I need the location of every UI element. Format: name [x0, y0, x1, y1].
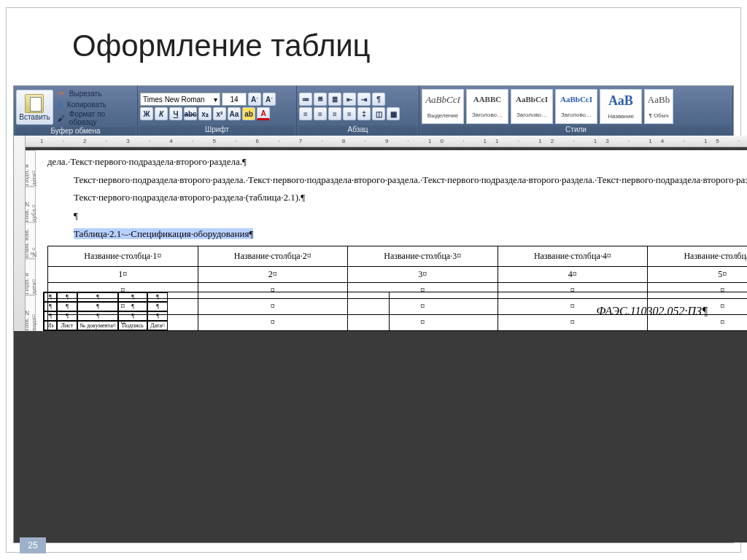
paragraph[interactable]: ¶ — [47, 207, 747, 225]
title-block-stamp: ¶¶¶¶¶ ¶¶¶¶¶ ¶¶¶¶¶ Из Лист № документа¤ П… — [43, 292, 747, 331]
styles-gallery[interactable]: AaBbCcIВыделение AABBCЗаголово… AaBbCcIЗ… — [422, 89, 673, 124]
font-name-select[interactable]: Times New Roman▾ — [140, 93, 220, 106]
style-item[interactable]: АаВНазвание — [600, 89, 642, 124]
dec-indent-button[interactable]: ⇤ — [343, 93, 356, 106]
side-label: Подп. и дата¤ — [26, 150, 36, 187]
ribbon-group-styles: AaBbCcIВыделение AABBCЗаголово… AaBbCcIЗ… — [419, 86, 733, 136]
vertical-ruler[interactable] — [14, 136, 26, 331]
align-right-button[interactable]: ≡ — [328, 107, 341, 120]
highlight-button[interactable]: ab — [242, 107, 255, 120]
side-label: Взам. инв. №¤ — [26, 222, 36, 259]
table-row: Название·столбца·1¤ Название·столбца·2¤ … — [48, 246, 748, 267]
frame-side-labels: Подп. и дата¤ Инв. № дубл.¤ Взам. инв. №… — [26, 150, 36, 331]
horizontal-ruler[interactable]: 1 · 2 · 3 · 4 · 5 · 6 · 7 · 8 · 9 · 10 ·… — [26, 136, 747, 147]
style-item[interactable]: AaBbCcIВыделение — [422, 89, 464, 124]
bullets-button[interactable]: ≔ — [299, 93, 312, 106]
font-size-select[interactable]: 14 — [222, 93, 247, 106]
superscript-button[interactable]: x² — [213, 107, 226, 120]
italic-button[interactable]: К — [155, 107, 168, 120]
font-group-label: Шрифт — [140, 125, 294, 136]
ribbon: Вставить Вырезать Копировать Формат по о… — [14, 86, 733, 136]
style-item[interactable]: AaBbCcIЗаголово… — [511, 89, 553, 124]
side-label: Подп. и дата¤ — [26, 259, 36, 295]
word-application: Вставить Вырезать Копировать Формат по о… — [13, 85, 734, 543]
stamp-col: Дата¤ — [147, 321, 168, 330]
paragraph[interactable]: Текст·первого·подраздела·второго·раздела… — [47, 171, 747, 190]
shading-button[interactable]: ◫ — [372, 107, 385, 120]
stamp-code: ФАЭС.110302.052·ПЗ¶ — [389, 292, 747, 330]
table-header: Название·столбца·2¤ — [198, 246, 348, 267]
stamp-col: Лист — [57, 321, 77, 330]
paragraph-group-label: Абзац — [299, 125, 417, 136]
paragraph[interactable]: дела.·Текст·первого·подраздела·второго·р… — [47, 153, 747, 171]
subscript-button[interactable]: x₂ — [198, 107, 212, 120]
grow-font-button[interactable]: A˄ — [248, 93, 261, 106]
stamp-col: Из — [44, 321, 57, 330]
paste-label: Вставить — [19, 113, 50, 121]
format-painter-button[interactable]: Формат по образцу — [55, 109, 135, 127]
inc-indent-button[interactable]: ⇥ — [357, 93, 371, 106]
borders-button[interactable]: ▦ — [387, 107, 400, 120]
strike-button[interactable]: abc — [184, 107, 197, 120]
align-justify-button[interactable]: ≡ — [343, 107, 356, 120]
bold-button[interactable]: Ж — [140, 107, 153, 120]
ribbon-group-font: Times New Roman▾ 14 A˄ A˅ Ж К Ч abc x₂ x… — [138, 86, 297, 136]
ribbon-group-paragraph: ≔ ≝ ≣ ⇤ ⇥ ¶ ≡ ≡ ≡ ≡ ‡ — [297, 86, 419, 136]
paragraph[interactable]: Текст·первого·подраздела·второго·раздела… — [47, 189, 747, 207]
multilevel-button[interactable]: ≣ — [328, 93, 341, 106]
style-item[interactable]: AaBb¶ Обыч — [644, 89, 673, 124]
table-header: Название·столбца·1¤ — [48, 246, 198, 267]
table-caption[interactable]: Таблица·2.1·–·Спецификация·оборудования¶ — [47, 225, 747, 244]
slide-title: Оформление таблиц — [7, 8, 740, 72]
ribbon-group-clipboard: Вставить Вырезать Копировать Формат по о… — [14, 86, 138, 136]
cut-button[interactable]: Вырезать — [55, 88, 135, 99]
slide-frame: Оформление таблиц Вставить Вырезать Копи… — [6, 7, 741, 553]
side-label: Инв. № дубл.¤ — [26, 187, 36, 223]
show-marks-button[interactable]: ¶ — [372, 93, 385, 106]
style-item[interactable]: AABBCЗаголово… — [466, 89, 508, 124]
style-item[interactable]: AaBbCcIЗаголово… — [555, 89, 597, 124]
copy-button[interactable]: Копировать — [55, 99, 135, 109]
underline-button[interactable]: Ч — [169, 107, 182, 120]
side-label: Инв. № подп¤ — [26, 295, 36, 332]
align-left-button[interactable]: ≡ — [299, 107, 312, 120]
document-page[interactable]: Подп. и дата¤ Инв. № дубл.¤ Взам. инв. №… — [26, 150, 747, 331]
paste-icon — [25, 94, 44, 113]
stamp-col: № документа¤ — [77, 321, 118, 330]
table-header: Название·столбца·4¤ — [498, 246, 648, 267]
paste-button[interactable]: Вставить — [16, 90, 53, 125]
line-spacing-button[interactable]: ‡ — [357, 107, 371, 120]
styles-group-label: Стили — [422, 125, 730, 136]
document-area: 1 · 2 · 3 · 4 · 5 · 6 · 7 · 8 · 9 · 10 ·… — [14, 136, 733, 542]
table-header: Название·столбца·5¤ — [648, 246, 747, 267]
table-row: 1¤2¤3¤4¤5¤6¤ — [48, 267, 748, 283]
numbering-button[interactable]: ≝ — [314, 93, 327, 106]
clipboard-group-label: Буфер обмена — [16, 127, 135, 136]
table-header: Название·столбца·3¤ — [348, 246, 498, 267]
case-button[interactable]: Aa — [228, 107, 241, 120]
font-color-button[interactable]: A — [257, 107, 270, 120]
align-center-button[interactable]: ≡ — [314, 107, 327, 120]
stamp-col: Подпись — [118, 321, 147, 330]
slide-number-badge: 25 — [20, 537, 46, 553]
shrink-font-button[interactable]: A˅ — [263, 93, 276, 106]
